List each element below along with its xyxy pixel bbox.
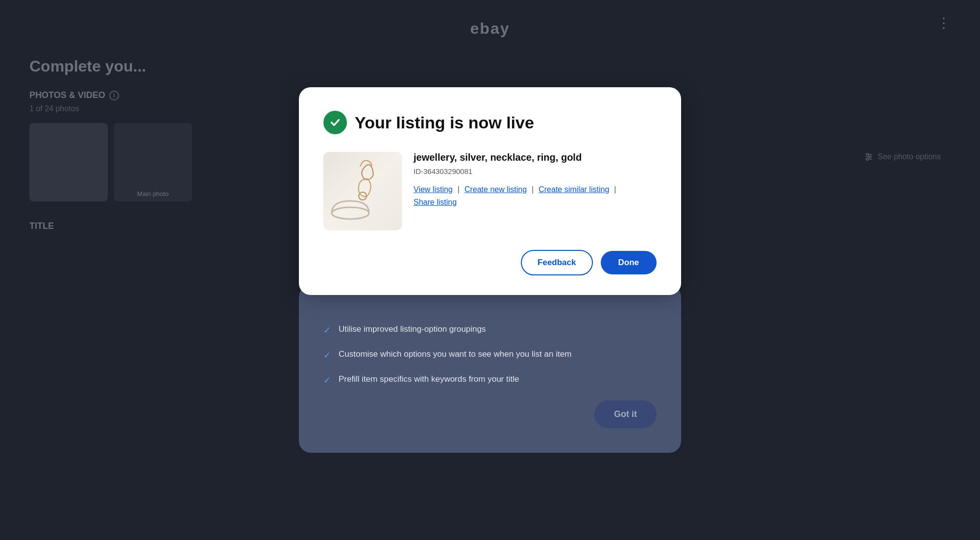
done-button[interactable]: Done: [601, 251, 657, 274]
view-listing-link[interactable]: View listing: [414, 185, 453, 194]
listing-card: jewellery, silver, necklace, ring, gold …: [323, 152, 657, 230]
listing-info: jewellery, silver, necklace, ring, gold …: [414, 152, 657, 230]
share-listing-link[interactable]: Share listing: [414, 198, 457, 206]
success-icon: [323, 111, 347, 134]
sep1: |: [458, 185, 460, 194]
create-new-listing-link[interactable]: Create new listing: [465, 185, 527, 194]
features-modal: ✓ Utilise improved listing-option groupi…: [299, 285, 681, 453]
feature-text-1: Utilise improved listing-option grouping…: [339, 324, 486, 334]
listing-name: jewellery, silver, necklace, ring, gold: [414, 152, 657, 163]
modal-actions: Feedback Done: [323, 250, 657, 275]
create-similar-listing-link[interactable]: Create similar listing: [539, 185, 609, 194]
checkmark-svg: [329, 116, 342, 129]
feedback-button[interactable]: Feedback: [521, 250, 592, 275]
jewelry-svg: [323, 152, 402, 230]
listing-live-modal: Your listing is now live: [299, 87, 681, 295]
sep3: |: [614, 185, 616, 194]
listing-links-row2: Share listing: [414, 198, 657, 207]
listing-image: [323, 152, 402, 230]
check-icon-2: ✓: [323, 350, 331, 361]
listing-id: ID-364303290081: [414, 167, 657, 175]
listing-links-row1: View listing | Create new listing | Crea…: [414, 185, 657, 194]
feature-text-3: Prefill item specifics with keywords fro…: [339, 374, 519, 384]
check-icon-3: ✓: [323, 375, 331, 386]
check-icon-1: ✓: [323, 325, 331, 336]
jewelry-bg: [323, 152, 402, 230]
got-it-row: Got it: [323, 400, 657, 428]
sep2: |: [532, 185, 534, 194]
modal-stack: Your listing is now live: [299, 87, 681, 453]
feature-item-2: ✓ Customise which options you want to se…: [323, 349, 657, 361]
modal-title: Your listing is now live: [355, 113, 534, 132]
feature-item-3: ✓ Prefill item specifics with keywords f…: [323, 374, 657, 386]
got-it-button[interactable]: Got it: [594, 400, 657, 428]
svg-rect-6: [323, 152, 402, 230]
feature-text-2: Customise which options you want to see …: [339, 349, 571, 359]
feature-item-1: ✓ Utilise improved listing-option groupi…: [323, 324, 657, 336]
modal-header: Your listing is now live: [323, 111, 657, 134]
